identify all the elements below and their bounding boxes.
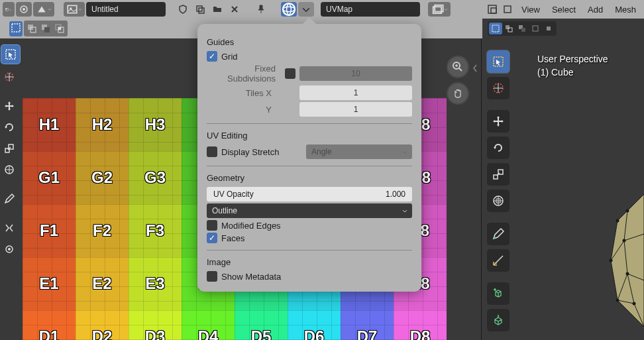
close-button[interactable]	[227, 2, 242, 17]
svg-point-71	[610, 259, 613, 262]
faces-label: Faces	[221, 233, 244, 243]
uv-cell: D5	[235, 310, 288, 340]
svg-point-72	[616, 299, 619, 302]
uv-cell: G1	[23, 151, 76, 204]
rip-tool[interactable]	[1, 220, 17, 236]
viewport-info-text: User Perspective (1) Cube	[537, 53, 608, 79]
selection-mode-dropdown[interactable]	[33, 2, 54, 17]
menu-mesh[interactable]: Mesh	[610, 5, 641, 15]
folder-open-icon[interactable]	[209, 2, 225, 17]
show-metadata-checkbox[interactable]	[207, 271, 217, 282]
svg-rect-27	[521, 28, 525, 32]
svg-rect-22	[58, 27, 61, 30]
display-stretch-checkbox[interactable]	[207, 146, 217, 157]
viewport-mode-icon[interactable]	[500, 2, 514, 17]
vp-transform-tool[interactable]	[487, 190, 510, 212]
menu-add[interactable]: Add	[582, 5, 608, 15]
svg-point-9	[283, 7, 295, 12]
display-stretch-mode-dropdown[interactable]: Angle	[306, 144, 412, 159]
select-mode-intersect-icon[interactable]	[53, 22, 66, 35]
uv-cell: D8	[394, 310, 447, 340]
select-mode-subtract-icon[interactable]	[39, 22, 52, 35]
scale-tool[interactable]	[1, 141, 17, 156]
image-name-input[interactable]: Untitled	[86, 2, 166, 17]
vp-select-box-tool[interactable]	[487, 50, 510, 73]
geometry-section-title: Geometry	[207, 173, 412, 183]
uv-cell: D3	[129, 310, 182, 340]
vp-rotate-tool[interactable]	[487, 137, 510, 159]
move-tool[interactable]	[1, 98, 17, 114]
tiles-x-field[interactable]: 1	[299, 85, 412, 100]
uv-cell: F2	[76, 204, 129, 257]
annotate-tool[interactable]	[1, 191, 17, 207]
uv-editing-section-title: UV Editing	[207, 131, 412, 141]
overlays-popover-button[interactable]	[428, 2, 451, 17]
fixed-subdiv-checkbox[interactable]	[285, 68, 295, 79]
tiles-y-field[interactable]: 1	[299, 102, 412, 117]
svg-point-76	[633, 302, 636, 306]
viewport-editor-icon[interactable]	[485, 2, 499, 17]
cursor-tool[interactable]	[1, 69, 17, 85]
tiles-x-label: Tiles X	[216, 88, 277, 98]
select-mode-new[interactable]	[9, 21, 23, 36]
uv-cell: D7	[341, 310, 394, 340]
transform-tool[interactable]	[1, 162, 17, 178]
sync-selection-toggle[interactable]	[16, 2, 32, 17]
image-dropdown[interactable]	[64, 2, 85, 17]
svg-rect-12	[488, 5, 496, 13]
fixed-subdiv-label: Fixed Subdivisions	[216, 64, 281, 84]
modified-edges-checkbox[interactable]	[207, 220, 217, 231]
faces-checkbox[interactable]: ✓	[207, 233, 217, 243]
pan-button[interactable]	[447, 82, 469, 105]
select-mode-set-icon[interactable]	[489, 23, 502, 34]
pin-icon[interactable]	[253, 2, 269, 17]
viewport-toolbar	[487, 50, 510, 331]
duplicate-icon[interactable]	[192, 2, 208, 17]
uv-cell: E3	[129, 257, 182, 310]
shield-icon[interactable]	[175, 2, 191, 17]
rotate-tool[interactable]	[1, 119, 17, 135]
tiles-y-label: Y	[216, 105, 277, 115]
panel-chevron-icon[interactable]	[472, 58, 478, 78]
select-mode-alt3-icon[interactable]	[529, 23, 542, 34]
svg-rect-14	[504, 6, 511, 13]
zoom-button[interactable]	[447, 56, 469, 78]
grab-tool[interactable]	[1, 241, 17, 257]
vp-scale-tool[interactable]	[487, 163, 510, 186]
guides-section-title: Guides	[207, 37, 412, 47]
vp-cursor-tool[interactable]	[487, 77, 510, 99]
sphere-display-icon[interactable]	[281, 2, 297, 17]
overlays-popover: Guides ✓ Grid Fixed Subdivisions 10 Tile…	[197, 24, 421, 292]
uv-cell: E1	[23, 257, 76, 310]
viewport-mesh-icon	[564, 154, 644, 340]
viewport-header: View Select Add Mesh	[482, 0, 644, 19]
editor-type-dropdown[interactable]	[3, 2, 15, 17]
vp-annotate-tool[interactable]	[487, 223, 510, 245]
select-mode-alt2-icon[interactable]	[515, 23, 529, 34]
uvmap-dropdown[interactable]: UVMap	[321, 2, 420, 17]
menu-view[interactable]: View	[516, 5, 545, 15]
3d-viewport-area[interactable]: User Perspective (1) Cube	[482, 38, 644, 340]
svg-rect-29	[547, 27, 551, 30]
display-channels-dropdown[interactable]	[298, 2, 314, 17]
select-mode-alt1-icon[interactable]	[502, 23, 515, 34]
grid-label: Grid	[221, 52, 238, 62]
vp-move-tool[interactable]	[487, 110, 510, 133]
svg-point-36	[8, 248, 11, 251]
uv-cell: E2	[76, 257, 129, 310]
menu-select[interactable]: Select	[547, 5, 581, 15]
outline-dropdown[interactable]: Outline	[207, 203, 412, 218]
svg-rect-6	[197, 6, 202, 11]
uv-opacity-label: UV Opacity	[213, 190, 254, 199]
grid-checkbox[interactable]: ✓	[207, 51, 217, 62]
select-mode-extend-icon[interactable]	[25, 22, 38, 35]
uv-cell: G3	[129, 151, 182, 204]
fixed-subdiv-field[interactable]: 10	[299, 66, 412, 81]
vp-extrude-tool[interactable]	[487, 309, 510, 331]
select-mode-alt4-icon[interactable]	[542, 23, 555, 34]
select-box-tool[interactable]	[1, 45, 20, 64]
vp-add-cube-tool[interactable]	[487, 282, 510, 305]
uv-opacity-field[interactable]: UV Opacity 1.000	[207, 187, 412, 201]
vp-measure-tool[interactable]	[487, 249, 510, 272]
svg-rect-7	[199, 8, 204, 13]
